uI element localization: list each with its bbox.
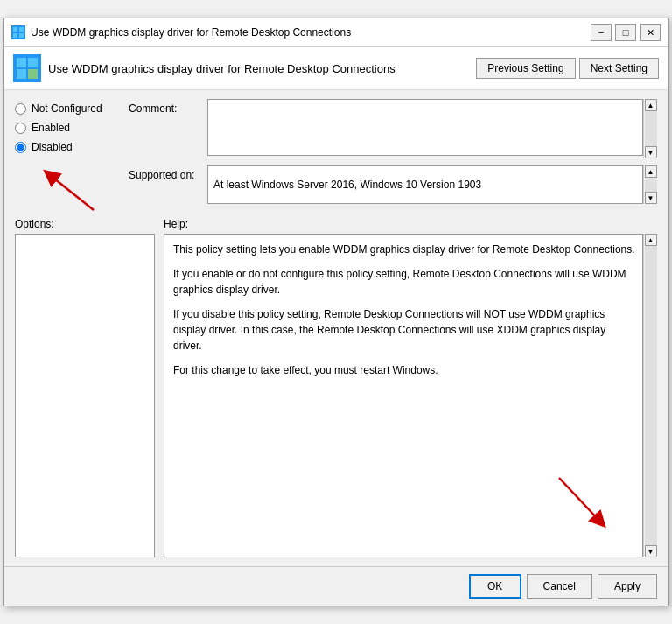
header-left: Use WDDM graphics display driver for Rem… xyxy=(13,54,396,82)
supported-on-row: Supported on: At least Windows Server 20… xyxy=(129,165,657,204)
supported-scrollbar[interactable]: ▲ ▼ xyxy=(643,165,657,204)
arrow-annotation xyxy=(41,162,102,217)
title-bar-controls: − □ ✕ xyxy=(591,24,661,41)
comment-scrollbar[interactable]: ▲ ▼ xyxy=(643,99,657,158)
window-title: Use WDDM graphics display driver for Rem… xyxy=(31,26,351,39)
header-navigation: Previous Setting Next Setting xyxy=(476,58,659,79)
not-configured-label[interactable]: Not Configured xyxy=(32,102,102,115)
cancel-button[interactable]: Cancel xyxy=(527,574,592,599)
scroll-up-arrow[interactable]: ▲ xyxy=(645,99,657,111)
maximize-button[interactable]: □ xyxy=(615,24,636,41)
ok-button[interactable]: OK xyxy=(469,574,522,599)
disabled-label[interactable]: Disabled xyxy=(32,141,73,153)
svg-rect-6 xyxy=(17,69,26,79)
previous-setting-button[interactable]: Previous Setting xyxy=(476,58,575,79)
comment-label: Comment: xyxy=(129,99,207,115)
scroll-down-arrow[interactable]: ▼ xyxy=(645,146,657,158)
help-para-3: If you disable this policy setting, Remo… xyxy=(173,306,635,354)
comment-textarea[interactable] xyxy=(207,99,643,156)
options-area xyxy=(15,234,155,557)
bottom-sections: Options: Help: This policy setting lets … xyxy=(15,218,657,557)
supported-scroll-track xyxy=(645,178,657,192)
supported-scroll-up[interactable]: ▲ xyxy=(645,165,657,178)
svg-line-8 xyxy=(50,175,94,210)
enabled-label[interactable]: Enabled xyxy=(32,122,70,134)
top-area: Not Configured Enabled Disabled xyxy=(15,99,657,211)
main-content: Not Configured Enabled Disabled xyxy=(4,90,668,566)
disabled-option: Disabled xyxy=(15,141,129,153)
help-area: This policy setting lets you enable WDDM… xyxy=(164,234,643,557)
help-section: Help: This policy setting lets you enabl… xyxy=(164,218,657,557)
svg-rect-7 xyxy=(28,69,38,79)
svg-rect-5 xyxy=(28,58,38,67)
svg-rect-0 xyxy=(13,27,18,32)
help-scroll-down[interactable]: ▼ xyxy=(645,545,657,557)
next-setting-button[interactable]: Next Setting xyxy=(579,58,659,79)
options-section: Options: xyxy=(15,218,155,557)
title-bar-left: Use WDDM graphics display driver for Rem… xyxy=(11,25,351,39)
not-configured-option: Not Configured xyxy=(15,102,129,115)
radio-column: Not Configured Enabled Disabled xyxy=(15,99,129,211)
not-configured-radio[interactable] xyxy=(15,103,26,115)
header-bar: Use WDDM graphics display driver for Rem… xyxy=(4,47,668,90)
help-para-1: This policy setting lets you enable WDDM… xyxy=(173,242,635,257)
supported-scroll-down[interactable]: ▼ xyxy=(645,192,657,204)
comment-row: Comment: ▲ ▼ xyxy=(129,99,657,158)
comment-wrapper: ▲ ▼ xyxy=(207,99,657,158)
help-scrollbar[interactable]: ▲ ▼ xyxy=(643,234,657,557)
supported-on-value: At least Windows Server 2016, Windows 10… xyxy=(207,165,643,204)
enabled-option: Enabled xyxy=(15,122,129,134)
app-icon xyxy=(11,25,25,39)
help-arrow-annotation xyxy=(546,465,616,539)
svg-line-9 xyxy=(559,478,600,522)
footer: OK Cancel Apply xyxy=(4,566,668,606)
help-para-4: For this change to take effect, you must… xyxy=(173,362,635,378)
help-area-wrapper: This policy setting lets you enable WDDM… xyxy=(164,234,657,557)
minimize-button[interactable]: − xyxy=(591,24,612,41)
main-window: Use WDDM graphics display driver for Rem… xyxy=(4,18,668,606)
fields-column: Comment: ▲ ▼ Supported on: At xyxy=(129,99,657,211)
help-para-2: If you enable or do not configure this p… xyxy=(173,266,635,298)
apply-button[interactable]: Apply xyxy=(598,574,657,599)
close-button[interactable]: ✕ xyxy=(640,24,661,41)
scroll-track xyxy=(645,111,657,146)
policy-icon xyxy=(13,54,41,82)
enabled-radio[interactable] xyxy=(15,123,26,134)
help-scroll-track xyxy=(645,246,657,545)
help-label: Help: xyxy=(164,218,657,230)
supported-on-wrapper: At least Windows Server 2016, Windows 10… xyxy=(207,165,657,204)
title-bar: Use WDDM graphics display driver for Rem… xyxy=(4,18,668,47)
svg-rect-3 xyxy=(19,33,24,38)
disabled-radio[interactable] xyxy=(15,142,26,153)
header-title: Use WDDM graphics display driver for Rem… xyxy=(48,62,396,75)
options-label: Options: xyxy=(15,218,155,230)
supported-on-label: Supported on: xyxy=(129,165,207,181)
svg-rect-2 xyxy=(13,33,18,38)
help-scroll-up[interactable]: ▲ xyxy=(645,234,657,246)
svg-rect-1 xyxy=(19,27,24,32)
svg-rect-4 xyxy=(17,58,26,67)
